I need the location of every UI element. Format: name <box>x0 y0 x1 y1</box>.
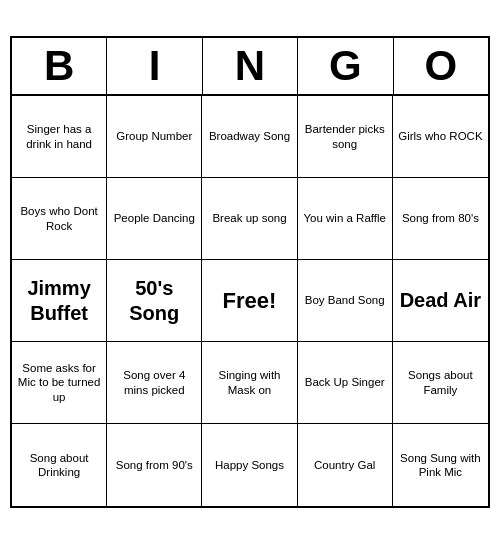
bingo-cell-18[interactable]: Back Up Singer <box>298 342 393 424</box>
header-g: G <box>298 38 393 94</box>
header-b: B <box>12 38 107 94</box>
bingo-cell-19[interactable]: Songs about Family <box>393 342 488 424</box>
bingo-cell-4[interactable]: Girls who ROCK <box>393 96 488 178</box>
bingo-cell-22[interactable]: Happy Songs <box>202 424 297 506</box>
bingo-cell-9[interactable]: Song from 80's <box>393 178 488 260</box>
header-i: I <box>107 38 202 94</box>
bingo-card: B I N G O Singer has a drink in handGrou… <box>10 36 490 508</box>
header-n: N <box>203 38 298 94</box>
bingo-cell-12[interactable]: Free! <box>202 260 297 342</box>
bingo-cell-21[interactable]: Song from 90's <box>107 424 202 506</box>
bingo-header: B I N G O <box>12 38 488 96</box>
bingo-cell-20[interactable]: Song about Drinking <box>12 424 107 506</box>
bingo-cell-14[interactable]: Dead Air <box>393 260 488 342</box>
bingo-cell-13[interactable]: Boy Band Song <box>298 260 393 342</box>
bingo-cell-16[interactable]: Song over 4 mins picked <box>107 342 202 424</box>
bingo-cell-2[interactable]: Broadway Song <box>202 96 297 178</box>
bingo-cell-11[interactable]: 50's Song <box>107 260 202 342</box>
bingo-cell-3[interactable]: Bartender picks song <box>298 96 393 178</box>
bingo-cell-23[interactable]: Country Gal <box>298 424 393 506</box>
bingo-cell-6[interactable]: People Dancing <box>107 178 202 260</box>
bingo-cell-8[interactable]: You win a Raffle <box>298 178 393 260</box>
bingo-cell-15[interactable]: Some asks for Mic to be turned up <box>12 342 107 424</box>
bingo-cell-7[interactable]: Break up song <box>202 178 297 260</box>
header-o: O <box>394 38 488 94</box>
bingo-cell-10[interactable]: Jimmy Buffet <box>12 260 107 342</box>
bingo-cell-5[interactable]: Boys who Dont Rock <box>12 178 107 260</box>
bingo-cell-24[interactable]: Song Sung with Pink Mic <box>393 424 488 506</box>
bingo-cell-17[interactable]: Singing with Mask on <box>202 342 297 424</box>
bingo-cell-0[interactable]: Singer has a drink in hand <box>12 96 107 178</box>
bingo-grid: Singer has a drink in handGroup NumberBr… <box>12 96 488 506</box>
bingo-cell-1[interactable]: Group Number <box>107 96 202 178</box>
